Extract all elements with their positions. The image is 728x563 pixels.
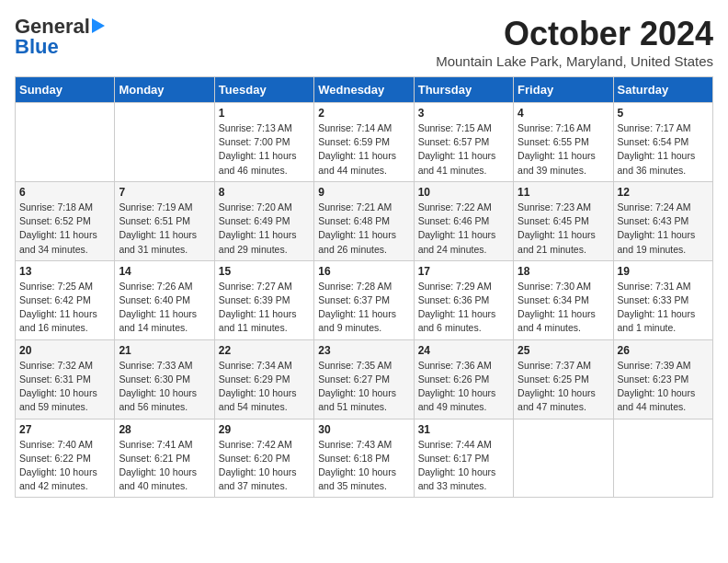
calendar-cell: 3Sunrise: 7:15 AM Sunset: 6:57 PM Daylig… (414, 103, 513, 182)
day-number: 10 (418, 186, 509, 199)
calendar-cell: 31Sunrise: 7:44 AM Sunset: 6:17 PM Dayli… (414, 419, 513, 498)
weekday-header-saturday: Saturday (613, 77, 712, 103)
day-info: Sunrise: 7:28 AM Sunset: 6:37 PM Dayligh… (318, 280, 409, 336)
day-number: 21 (119, 344, 210, 357)
day-number: 12 (618, 186, 709, 199)
day-number: 5 (618, 107, 709, 120)
day-info: Sunrise: 7:29 AM Sunset: 6:36 PM Dayligh… (418, 280, 509, 336)
weekday-header-wednesday: Wednesday (314, 77, 414, 103)
weekday-header-tuesday: Tuesday (214, 77, 313, 103)
day-number: 19 (618, 265, 709, 278)
weekday-header-friday: Friday (514, 77, 613, 103)
calendar-cell (16, 103, 115, 182)
weekday-header-monday: Monday (115, 77, 214, 103)
day-info: Sunrise: 7:18 AM Sunset: 6:52 PM Dayligh… (19, 201, 110, 257)
logo-triangle-icon (92, 18, 105, 33)
calendar-cell: 23Sunrise: 7:35 AM Sunset: 6:27 PM Dayli… (314, 339, 414, 419)
logo: General Blue (15, 15, 105, 59)
day-info: Sunrise: 7:42 AM Sunset: 6:20 PM Dayligh… (219, 438, 310, 494)
day-info: Sunrise: 7:21 AM Sunset: 6:48 PM Dayligh… (318, 201, 409, 257)
day-number: 11 (518, 186, 609, 199)
calendar-cell: 13Sunrise: 7:25 AM Sunset: 6:42 PM Dayli… (16, 260, 115, 339)
calendar-cell: 19Sunrise: 7:31 AM Sunset: 6:33 PM Dayli… (613, 260, 712, 339)
day-info: Sunrise: 7:39 AM Sunset: 6:23 PM Dayligh… (618, 359, 709, 415)
calendar-table: SundayMondayTuesdayWednesdayThursdayFrid… (15, 76, 713, 498)
calendar-cell: 15Sunrise: 7:27 AM Sunset: 6:39 PM Dayli… (214, 260, 313, 339)
calendar-cell (514, 419, 613, 498)
day-number: 22 (219, 344, 310, 357)
day-info: Sunrise: 7:34 AM Sunset: 6:29 PM Dayligh… (219, 359, 310, 415)
day-number: 14 (119, 265, 210, 278)
calendar-cell: 27Sunrise: 7:40 AM Sunset: 6:22 PM Dayli… (16, 419, 115, 498)
day-number: 15 (219, 265, 310, 278)
calendar-cell: 11Sunrise: 7:23 AM Sunset: 6:45 PM Dayli… (514, 181, 613, 260)
day-number: 17 (418, 265, 509, 278)
page-header: General Blue October 2024 Mountain Lake … (15, 15, 713, 69)
day-number: 23 (318, 344, 409, 357)
day-number: 13 (19, 265, 110, 278)
day-info: Sunrise: 7:37 AM Sunset: 6:25 PM Dayligh… (518, 359, 609, 415)
calendar-cell: 5Sunrise: 7:17 AM Sunset: 6:54 PM Daylig… (613, 103, 712, 182)
calendar-cell: 12Sunrise: 7:24 AM Sunset: 6:43 PM Dayli… (613, 181, 712, 260)
day-info: Sunrise: 7:23 AM Sunset: 6:45 PM Dayligh… (518, 201, 609, 257)
day-info: Sunrise: 7:26 AM Sunset: 6:40 PM Dayligh… (119, 280, 210, 336)
day-info: Sunrise: 7:41 AM Sunset: 6:21 PM Dayligh… (119, 438, 210, 494)
weekday-header-thursday: Thursday (414, 77, 513, 103)
day-info: Sunrise: 7:13 AM Sunset: 7:00 PM Dayligh… (219, 121, 310, 178)
day-info: Sunrise: 7:19 AM Sunset: 6:51 PM Dayligh… (119, 201, 210, 257)
calendar-cell: 1Sunrise: 7:13 AM Sunset: 7:00 PM Daylig… (214, 103, 313, 182)
calendar-week-4: 20Sunrise: 7:32 AM Sunset: 6:31 PM Dayli… (16, 339, 713, 419)
day-number: 1 (219, 107, 310, 120)
day-info: Sunrise: 7:15 AM Sunset: 6:57 PM Dayligh… (418, 121, 509, 178)
day-number: 8 (219, 186, 310, 199)
day-number: 9 (318, 186, 409, 199)
day-number: 18 (518, 265, 609, 278)
day-number: 3 (418, 107, 509, 120)
calendar-cell: 8Sunrise: 7:20 AM Sunset: 6:49 PM Daylig… (214, 181, 313, 260)
calendar-header-row: SundayMondayTuesdayWednesdayThursdayFrid… (16, 77, 713, 103)
day-number: 27 (19, 423, 110, 436)
day-info: Sunrise: 7:35 AM Sunset: 6:27 PM Dayligh… (318, 359, 409, 415)
calendar-cell: 18Sunrise: 7:30 AM Sunset: 6:34 PM Dayli… (514, 260, 613, 339)
day-number: 25 (518, 344, 609, 357)
logo-blue: Blue (15, 35, 59, 59)
calendar-cell: 22Sunrise: 7:34 AM Sunset: 6:29 PM Dayli… (214, 339, 313, 419)
day-number: 20 (19, 344, 110, 357)
calendar-cell: 2Sunrise: 7:14 AM Sunset: 6:59 PM Daylig… (314, 103, 414, 182)
day-info: Sunrise: 7:43 AM Sunset: 6:18 PM Dayligh… (318, 438, 409, 494)
calendar-cell: 29Sunrise: 7:42 AM Sunset: 6:20 PM Dayli… (214, 419, 313, 498)
calendar-cell: 26Sunrise: 7:39 AM Sunset: 6:23 PM Dayli… (613, 339, 712, 419)
day-info: Sunrise: 7:14 AM Sunset: 6:59 PM Dayligh… (318, 121, 409, 178)
calendar-cell: 25Sunrise: 7:37 AM Sunset: 6:25 PM Dayli… (514, 339, 613, 419)
day-number: 24 (418, 344, 509, 357)
day-info: Sunrise: 7:40 AM Sunset: 6:22 PM Dayligh… (19, 438, 110, 494)
day-info: Sunrise: 7:31 AM Sunset: 6:33 PM Dayligh… (618, 280, 709, 336)
day-info: Sunrise: 7:33 AM Sunset: 6:30 PM Dayligh… (119, 359, 210, 415)
day-number: 28 (119, 423, 210, 436)
weekday-header-sunday: Sunday (16, 77, 115, 103)
day-info: Sunrise: 7:27 AM Sunset: 6:39 PM Dayligh… (219, 280, 310, 336)
day-info: Sunrise: 7:16 AM Sunset: 6:55 PM Dayligh… (518, 121, 609, 178)
calendar-week-2: 6Sunrise: 7:18 AM Sunset: 6:52 PM Daylig… (16, 181, 713, 260)
location: Mountain Lake Park, Maryland, United Sta… (436, 53, 713, 69)
day-number: 4 (518, 107, 609, 120)
day-number: 7 (119, 186, 210, 199)
day-info: Sunrise: 7:36 AM Sunset: 6:26 PM Dayligh… (418, 359, 509, 415)
calendar-cell: 14Sunrise: 7:26 AM Sunset: 6:40 PM Dayli… (115, 260, 214, 339)
calendar-cell: 17Sunrise: 7:29 AM Sunset: 6:36 PM Dayli… (414, 260, 513, 339)
calendar-week-3: 13Sunrise: 7:25 AM Sunset: 6:42 PM Dayli… (16, 260, 713, 339)
calendar-week-5: 27Sunrise: 7:40 AM Sunset: 6:22 PM Dayli… (16, 419, 713, 498)
calendar-cell: 24Sunrise: 7:36 AM Sunset: 6:26 PM Dayli… (414, 339, 513, 419)
calendar-week-1: 1Sunrise: 7:13 AM Sunset: 7:00 PM Daylig… (16, 103, 713, 182)
calendar-cell: 10Sunrise: 7:22 AM Sunset: 6:46 PM Dayli… (414, 181, 513, 260)
day-info: Sunrise: 7:22 AM Sunset: 6:46 PM Dayligh… (418, 201, 509, 257)
day-info: Sunrise: 7:30 AM Sunset: 6:34 PM Dayligh… (518, 280, 609, 336)
day-number: 31 (418, 423, 509, 436)
day-info: Sunrise: 7:20 AM Sunset: 6:49 PM Dayligh… (219, 201, 310, 257)
title-area: October 2024 Mountain Lake Park, Marylan… (436, 15, 713, 69)
calendar-cell: 16Sunrise: 7:28 AM Sunset: 6:37 PM Dayli… (314, 260, 414, 339)
calendar-cell: 20Sunrise: 7:32 AM Sunset: 6:31 PM Dayli… (16, 339, 115, 419)
calendar-cell: 9Sunrise: 7:21 AM Sunset: 6:48 PM Daylig… (314, 181, 414, 260)
day-info: Sunrise: 7:44 AM Sunset: 6:17 PM Dayligh… (418, 438, 509, 494)
day-info: Sunrise: 7:32 AM Sunset: 6:31 PM Dayligh… (19, 359, 110, 415)
